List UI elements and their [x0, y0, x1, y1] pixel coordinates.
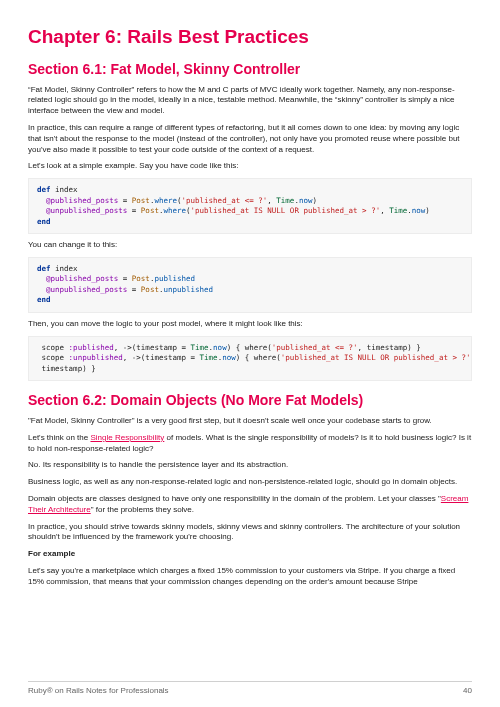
body-paragraph: Then, you can move the logic to your pos… [28, 319, 472, 330]
page-number: 40 [463, 686, 472, 697]
body-paragraph: “Fat Model, Skinny Controller” refers to… [28, 85, 472, 117]
code-block-2: def index @published_posts = Post.publis… [28, 257, 472, 313]
code-block-3: scope :published, ->(timestamp = Time.no… [28, 336, 472, 382]
body-paragraph: Let's look at a simple example. Say you … [28, 161, 472, 172]
body-paragraph: Business logic, as well as any non-respo… [28, 477, 472, 488]
body-paragraph: In practice, you should strive towards s… [28, 522, 472, 544]
single-responsibility-link[interactable]: Single Responsibility [90, 433, 164, 442]
body-paragraph: No. Its responsibility is to handle the … [28, 460, 472, 471]
body-paragraph: You can change it to this: [28, 240, 472, 251]
body-paragraph: Let's think on the Single Responsibility… [28, 433, 472, 455]
section-6-2-title: Section 6.2: Domain Objects (No More Fat… [28, 391, 472, 410]
body-paragraph: Let's say you're a marketplace which cha… [28, 566, 472, 588]
body-paragraph: In practice, this can require a range of… [28, 123, 472, 155]
body-paragraph: "Fat Model, Skinny Controller" is a very… [28, 416, 472, 427]
chapter-title: Chapter 6: Rails Best Practices [28, 24, 472, 50]
code-block-1: def index @published_posts = Post.where(… [28, 178, 472, 234]
body-paragraph: Domain objects are classes designed to h… [28, 494, 472, 516]
page-footer: Ruby® on Rails Notes for Professionals 4… [28, 681, 472, 697]
footer-left: Ruby® on Rails Notes for Professionals [28, 686, 169, 697]
section-6-1-title: Section 6.1: Fat Model, Skinny Controlle… [28, 60, 472, 79]
body-paragraph: For example [28, 549, 472, 560]
